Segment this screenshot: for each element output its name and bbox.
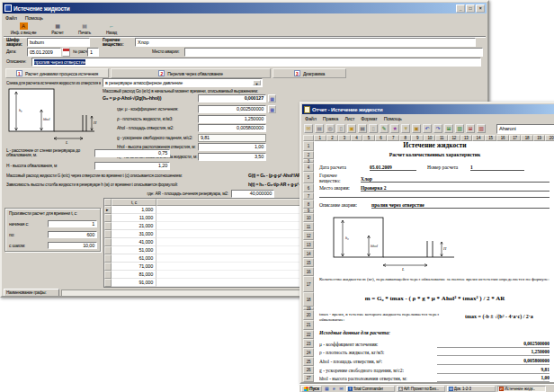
parameter-input[interactable]: 3,50 [198, 153, 266, 161]
parameter-input[interactable]: 1,00 [198, 143, 266, 151]
redo-icon[interactable]: ↷ [433, 124, 442, 133]
column-header[interactable]: 5 [362, 135, 375, 141]
row-number[interactable]: 18 [303, 292, 314, 307]
row-number[interactable]: 14 [303, 249, 314, 258]
main-titlebar[interactable]: Истечение жидкости _□× [3, 3, 487, 13]
insert-col-icon[interactable]: ▥ [455, 124, 464, 133]
row-number[interactable]: 24 [303, 348, 314, 357]
row-number[interactable]: 25 [303, 357, 314, 366]
column-header[interactable]: 14 [472, 135, 485, 141]
parameter-input[interactable]: 1,250000 [198, 115, 266, 123]
delete-row-icon[interactable]: ⊞ [466, 124, 475, 133]
row-number[interactable]: 20 [303, 310, 314, 320]
row-selector[interactable] [104, 271, 112, 279]
page-setup-icon[interactable]: ▯ [336, 124, 345, 133]
mail-icon[interactable]: ✉ [304, 124, 313, 133]
parameter-input[interactable]: 9,81 [198, 134, 266, 142]
row-number[interactable]: 12 [303, 231, 314, 240]
delete-col-icon[interactable]: ▥ [477, 124, 486, 133]
row-number[interactable]: 26 [303, 366, 314, 374]
row-number[interactable]: 22 [303, 330, 314, 339]
row-selector[interactable] [104, 222, 112, 230]
column-header[interactable]: 20 [545, 135, 554, 141]
column-header[interactable]: 10 [424, 135, 436, 141]
column-header[interactable]: 12 [448, 135, 460, 141]
new-sheet-icon[interactable]: ▯ [369, 124, 378, 133]
row-selector[interactable] [104, 254, 112, 263]
row-number[interactable]: 5 [303, 172, 314, 183]
row-number[interactable]: 17 [303, 276, 314, 292]
ie-icon[interactable]: e [331, 386, 337, 392]
row-number[interactable]: 6 [303, 183, 314, 192]
reservoir-area-input[interactable]: 40,000000 [231, 190, 274, 198]
row-number[interactable]: 7 [303, 192, 314, 200]
edit-icon[interactable]: ✎ [380, 124, 389, 133]
accident-code-input[interactable]: bubum [27, 38, 90, 47]
menu-item[interactable]: Файл [305, 116, 317, 121]
substance-input[interactable]: Хлор [135, 38, 476, 47]
column-header[interactable]: 11 [435, 135, 448, 141]
row-selector[interactable] [104, 279, 112, 287]
row-number[interactable]: 23 [303, 339, 314, 348]
dike-height-input[interactable]: 1,20 [94, 162, 170, 170]
row-selector[interactable] [104, 206, 112, 214]
menu-item[interactable]: Лист [344, 116, 354, 121]
parameter-input[interactable]: 0,002500000 [198, 105, 266, 113]
description-input[interactable]: пролив через отверстие [31, 58, 481, 67]
menu-item[interactable]: Формат [361, 116, 377, 121]
paste-icon[interactable]: ▣ [412, 124, 421, 133]
row-number[interactable]: 21 [303, 320, 314, 330]
row-selector[interactable] [104, 214, 112, 222]
undo-icon[interactable]: ↶ [423, 124, 432, 133]
print-icon[interactable]: ▤ [358, 124, 367, 133]
row-number[interactable]: 15 [303, 258, 314, 267]
row-number[interactable]: 1 [303, 141, 314, 151]
row-selector[interactable] [104, 238, 112, 246]
calc-helper-button[interactable]: ▦ [268, 105, 276, 113]
scheme-combobox[interactable]: в резервуаре атмосферное давление ▼ [103, 78, 263, 87]
column-header[interactable]: 18 [521, 135, 533, 141]
parameter-input[interactable]: 0,005800000 [198, 124, 266, 132]
column-header[interactable]: 6 [375, 135, 388, 141]
export-icon[interactable]: ★ [390, 124, 399, 133]
calc-helper-button[interactable]: ▦ [268, 94, 276, 102]
window-button[interactable]: □ [466, 4, 475, 13]
taskbar-button[interactable]: А АИ: Проект по Без... [397, 386, 445, 392]
column-header[interactable]: 3 [338, 135, 351, 141]
time-step-input[interactable]: 10,00 [48, 242, 97, 249]
tab[interactable]: 1 Расчет динамики процесса истечения [5, 68, 109, 78]
row-number[interactable]: 27 [303, 374, 314, 382]
time-column-header[interactable]: t, с [112, 199, 156, 206]
menu-item[interactable]: Помощь [25, 15, 43, 21]
column-header[interactable]: 16 [496, 135, 509, 141]
substance-info-button[interactable]: A Инф. о вещ-ве [4, 22, 43, 35]
menu-item[interactable]: Помощь [384, 116, 402, 121]
row-number[interactable]: 10 [303, 213, 314, 222]
column-header[interactable]: 15 [485, 135, 497, 141]
report-titlebar[interactable]: Отчет - Истечение жидкости [302, 104, 554, 114]
row-number[interactable]: 16 [303, 267, 314, 276]
font-combobox[interactable]: Aharoni [496, 124, 554, 134]
taskbar-button[interactable]: W Док. 1-2-3 [447, 386, 496, 392]
preview-icon[interactable]: ▤ [315, 124, 324, 133]
dike-distance-input[interactable]: 0,75 [94, 149, 170, 157]
column-header[interactable]: 13 [460, 135, 473, 141]
date-input[interactable]: 05.01.2009 [27, 48, 61, 57]
column-header[interactable]: 2 [326, 135, 339, 141]
taskbar-button[interactable]: T Total Commander [346, 386, 395, 392]
column-header[interactable]: 17 [509, 135, 522, 141]
calculate-button[interactable]: ▦ Расчет [45, 22, 70, 35]
column-header[interactable]: 7 [387, 135, 399, 141]
insert-icon[interactable]: ▼ [401, 124, 410, 133]
calc-number-input[interactable]: 1 [87, 48, 99, 57]
time-to-input[interactable]: 600 [48, 231, 97, 238]
row-number[interactable]: 4 [303, 163, 314, 172]
column-header[interactable]: 8 [399, 135, 412, 141]
graph-name-tab[interactable]: Наименование графы: [4, 289, 59, 297]
window-button[interactable]: _ [456, 4, 465, 13]
start-button[interactable]: Пуск [301, 386, 322, 392]
column-header[interactable]: 4 [351, 135, 363, 141]
row-selector[interactable] [104, 246, 112, 254]
g0-value[interactable]: 0,000127 [198, 94, 266, 102]
window-button[interactable]: × [476, 4, 485, 13]
